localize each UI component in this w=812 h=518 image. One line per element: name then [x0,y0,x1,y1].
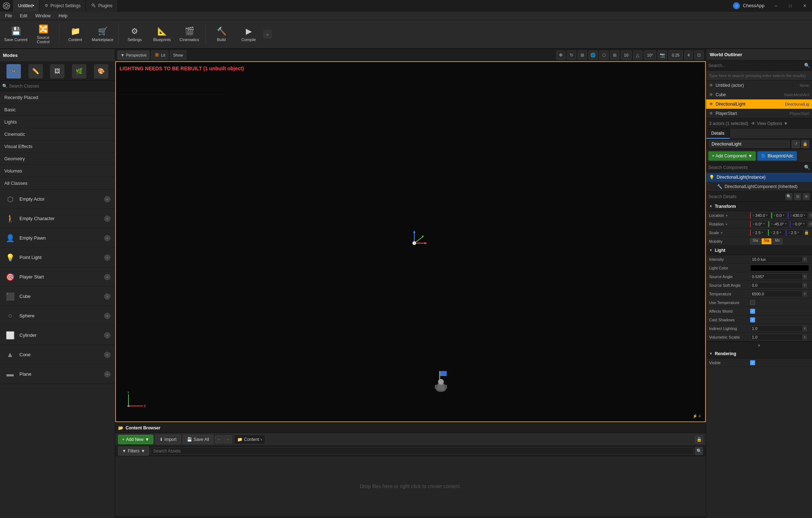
grid-size-btn[interactable]: 10 [621,50,632,60]
angle-btn[interactable]: 10° [644,50,657,60]
list-item[interactable]: ⬡ Empty Actor + [0,189,115,209]
mobility-stationary-button[interactable]: Sta [761,238,772,245]
mobility-static-button[interactable]: Sta [750,238,761,245]
cinematics-button[interactable]: 🎬 Cinematics [176,21,202,47]
list-item[interactable]: ⬛ Cube + [0,287,115,306]
component-item-instance[interactable]: 💡 DirectionalLight(Instance) [706,173,812,182]
filters-button[interactable]: ▼ Filters ▼ [118,446,149,456]
add-component-button[interactable]: + Add Component ▼ [708,151,756,161]
category-lights[interactable]: Lights [0,116,115,128]
list-item[interactable]: ▬ Plane + [0,365,115,384]
rendering-section-header[interactable]: ▼ Rendering [706,349,812,358]
list-item[interactable]: 👤 Empty Pawn + [0,228,115,248]
sphere-add[interactable]: + [104,313,110,319]
menu-edit[interactable]: Edit [16,13,31,19]
rotation-y-field[interactable]: Y -45.0° ▼ [768,221,790,227]
content-browser-empty-area[interactable]: Drop files here or right click to create… [115,456,706,517]
location-y-field[interactable]: Y 0.0 ▼ [771,212,787,219]
rotate-icon[interactable]: ↻ [567,50,576,60]
tab-project-settings[interactable]: ⚙ Project Settings [40,0,86,12]
camera-icon[interactable]: 📷 [658,50,667,60]
mode-foliage-button[interactable]: 🌿 [72,64,86,79]
light-section-header[interactable]: ▼ Light [706,246,812,255]
search-components-input[interactable] [708,165,803,170]
location-reset-button[interactable]: ↺ [809,213,812,218]
scale-btn[interactable]: 0.25 [668,50,682,60]
indirect-lighting-reset[interactable]: ▼ [802,326,807,331]
intensity-field[interactable]: 10.0 lux ▼ [750,256,809,263]
point-light-add[interactable]: + [104,254,110,261]
list-item[interactable]: ▲ Cone + [0,345,115,365]
classes-search-input[interactable] [9,84,113,89]
viewport[interactable]: LIGHTING NEEDS TO BE REBUILT (1 unbuilt … [115,61,706,422]
list-item[interactable]: 🚶 Empty Character + [0,209,115,228]
outliner-item[interactable]: 👁 Cube StaticMeshAct [706,90,812,99]
category-recently-placed[interactable]: Recently Placed [0,91,115,104]
snap-icon[interactable]: △ [633,50,642,60]
source-angle-field[interactable]: 0.5357 ▼ [750,273,809,280]
scale-y-field[interactable]: Y 2.5 ▼ [768,229,785,236]
list-item[interactable]: 💡 Point Light + [0,248,115,267]
source-soft-angle-reset[interactable]: ▼ [802,283,807,288]
transform-section-header[interactable]: ▼ Transform [706,202,812,211]
tab-plugins[interactable]: 🔌 Plugins [86,0,118,12]
save-all-button[interactable]: 💾 Save All [183,435,213,444]
toolbar-more-button[interactable]: » [263,30,272,39]
category-geometry[interactable]: Geometry [0,153,115,165]
source-soft-angle-field[interactable]: 0.0 ▼ [750,282,809,289]
use-temperature-checkbox[interactable] [750,300,755,305]
content-browser-lock-button[interactable]: 🔒 [695,436,703,443]
close-button[interactable]: ✕ [798,0,812,12]
outliner-view-options[interactable]: 👁 View Options ▼ [751,121,788,126]
marketplace-button[interactable]: 🛒 Marketplace [90,21,116,47]
category-all-classes[interactable]: All Classes [0,177,115,189]
menu-file[interactable]: File [1,13,15,19]
intensity-reset[interactable]: ▼ [802,257,807,262]
build-button[interactable]: 🔨 Build [208,21,234,47]
visible-checkbox[interactable]: ✓ [750,360,755,365]
scale-z-field[interactable]: Z 2.5 ▼ [786,229,803,236]
blueprints-button[interactable]: 📐 Blueprints [149,21,175,47]
mode-landscape-button[interactable]: 🖼 [50,64,64,79]
outliner-item[interactable]: 👁 Untitled (actor) None [706,81,812,90]
add-new-button[interactable]: + Add New ▼ [118,435,153,444]
world-icon[interactable]: 🌐 [588,50,598,60]
content-button[interactable]: 📁 Content [62,21,88,47]
blueprint-button[interactable]: 🔵 Blueprint/Adc [757,151,797,161]
player-start-add[interactable]: + [104,274,110,280]
mobility-movable-button[interactable]: Mo [772,238,782,245]
search-details-icon[interactable]: 🔍 [785,193,793,200]
mode-paint-button[interactable]: ✏️ [28,64,43,79]
rotation-reset-button[interactable]: ↺ [808,221,812,227]
details-browse-button[interactable]: ↺ [792,140,800,148]
rotation-z-field[interactable]: Z 0.0° ▼ [790,221,807,227]
indirect-lighting-field[interactable]: 1.0 ▼ [750,325,809,332]
rotation-x-field[interactable]: X 0.0° ▼ [750,221,768,227]
cb-forward-button[interactable]: → [224,436,232,443]
save-current-button[interactable]: 💾 Save Current [3,21,29,47]
search-assets-input[interactable] [150,447,694,455]
category-volumes[interactable]: Volumes [0,165,115,177]
category-basic[interactable]: Basic [0,104,115,116]
plane-add[interactable]: + [104,371,110,378]
layers-btn[interactable]: 4 [684,50,693,60]
outliner-item-directional-light[interactable]: 👁 DirectionalLight DirectionalLig [706,99,812,109]
component-item-inherited[interactable]: 🔧 DirectionalLightComponent (Inherited) [706,182,812,191]
actor-name-input[interactable] [709,140,790,148]
import-button[interactable]: ⬇ Import [155,435,181,444]
category-cinematic[interactable]: Cinematic [0,128,115,140]
category-visual-effects[interactable]: Visual Effects [0,140,115,153]
grid-icon[interactable]: ⊞ [610,50,619,60]
location-x-field[interactable]: X 340.0 ▼ [750,212,771,219]
show-button[interactable]: Show [170,50,186,60]
tab-untitled[interactable]: Untitled• [13,0,40,12]
translate-icon[interactable]: ✥ [556,50,565,60]
empty-pawn-add[interactable]: + [104,235,110,241]
scale-x-field[interactable]: X 2.5 ▼ [750,229,767,236]
settings-button[interactable]: ⚙ Settings [122,21,148,47]
cb-back-button[interactable]: ← [215,436,223,443]
minimize-button[interactable]: ─ [769,0,783,12]
cast-shadows-checkbox[interactable]: ✓ [750,317,755,322]
maximize-viewport-icon[interactable]: ⊡ [694,50,704,60]
mode-placement-button[interactable]: 🎮 [6,64,21,79]
